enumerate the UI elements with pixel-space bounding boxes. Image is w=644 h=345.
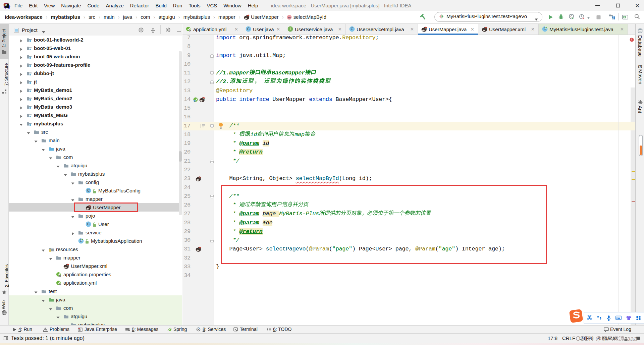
svg-text:I: I xyxy=(290,27,291,31)
svg-text:IJ: IJ xyxy=(5,4,7,7)
svg-text:C: C xyxy=(87,188,90,192)
svg-text:C: C xyxy=(87,222,90,226)
svg-text:c: c xyxy=(194,100,195,102)
svg-text:C: C xyxy=(247,27,250,31)
svg-text:C: C xyxy=(351,27,354,31)
svg-text:m: m xyxy=(288,16,291,19)
